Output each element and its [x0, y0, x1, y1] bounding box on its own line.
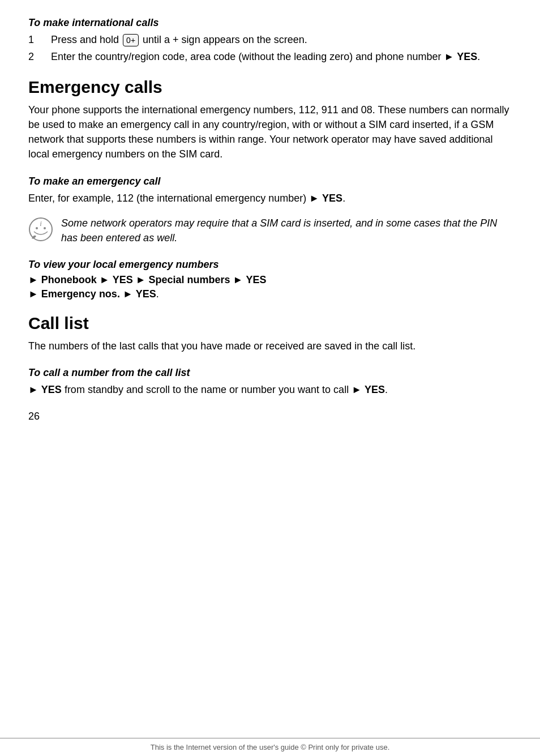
- call-yes-2: YES: [365, 384, 385, 395]
- make-emergency-section: To make an emergency call Enter, for exa…: [28, 176, 512, 245]
- intl-step1-text: Press and hold 0+ until a + sign appears…: [51, 32, 307, 47]
- intl-step-1: 1 Press and hold 0+ until a + sign appea…: [28, 32, 512, 47]
- make-emergency-body: Enter, for example, 112 (the internation…: [28, 191, 512, 206]
- nav-line-2: ► Emergency nos. ► YES.: [28, 288, 512, 300]
- special-numbers-label: Special numbers: [149, 274, 230, 285]
- call-number-section: To call a number from the call list ► YE…: [28, 367, 512, 397]
- yes-label-1: YES: [113, 274, 133, 285]
- make-emergency-heading: To make an emergency call: [28, 176, 512, 187]
- svg-point-2: [36, 227, 38, 229]
- note-box: i Some network operators may require tha…: [28, 216, 512, 245]
- yes-label-2: YES: [246, 274, 266, 285]
- intl-calls-heading: To make international calls: [28, 17, 512, 29]
- yes-label-3: YES: [136, 288, 156, 300]
- emergency-calls-heading: Emergency calls: [28, 78, 512, 97]
- view-local-heading: To view your local emergency numbers: [28, 259, 512, 271]
- footer: This is the Internet version of the user…: [0, 738, 540, 756]
- svg-point-3: [44, 227, 46, 229]
- step-num-2: 2: [28, 49, 40, 64]
- page-number: 26: [28, 411, 512, 422]
- call-list-body: The numbers of the last calls that you h…: [28, 339, 512, 353]
- call-list-heading: Call list: [28, 314, 512, 333]
- intl-calls-list: 1 Press and hold 0+ until a + sign appea…: [28, 32, 512, 64]
- call-list-section: Call list The numbers of the last calls …: [28, 314, 512, 353]
- call-number-body: ► YES from standby and scroll to the nam…: [28, 382, 512, 397]
- nav-line-1: ► Phonebook ► YES ► Special numbers ► YE…: [28, 274, 512, 286]
- emergency-nos-label: Emergency nos.: [41, 288, 120, 300]
- svg-text:i: i: [40, 219, 42, 228]
- call-yes-1: YES: [41, 384, 62, 395]
- note-icon: i: [28, 217, 53, 242]
- make-emergency-yes: YES: [322, 193, 342, 204]
- emergency-body: Your phone supports the international em…: [28, 102, 512, 161]
- intl-step-2: 2 Enter the country/region code, area co…: [28, 49, 512, 64]
- intl-calls-section: To make international calls 1 Press and …: [28, 17, 512, 64]
- intl-step2-text: Enter the country/region code, area code…: [51, 49, 480, 64]
- zero-plus-key: 0+: [123, 34, 139, 46]
- note-text: Some network operators may require that …: [61, 216, 512, 245]
- footer-text: This is the Internet version of the user…: [151, 743, 390, 751]
- call-number-heading: To call a number from the call list: [28, 367, 512, 379]
- view-local-section: To view your local emergency numbers ► P…: [28, 259, 512, 300]
- intl-step2-yes: YES: [457, 51, 477, 62]
- step-num-1: 1: [28, 32, 40, 47]
- phonebook-label: Phonebook: [41, 274, 97, 285]
- emergency-calls-section: Emergency calls Your phone supports the …: [28, 78, 512, 161]
